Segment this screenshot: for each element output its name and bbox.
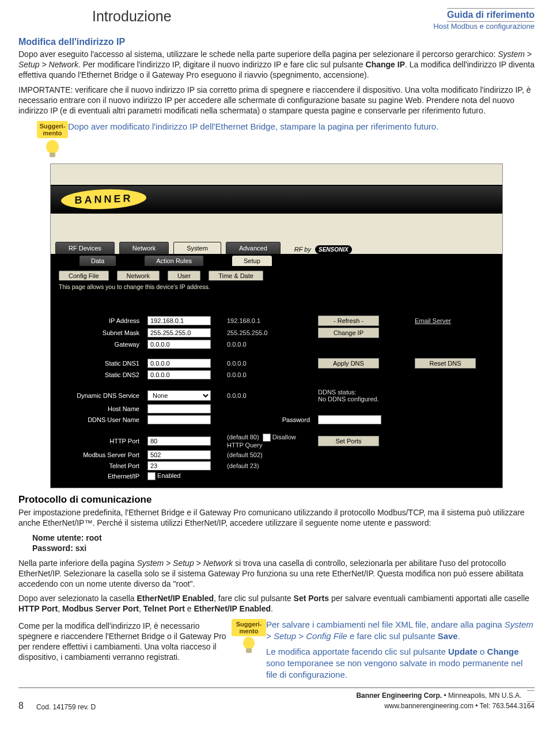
footer-cod: Cod. 141759 rev. D — [36, 703, 96, 711]
gw-input[interactable] — [147, 340, 211, 349]
section-protocol-p3: Dopo aver selezionato la casella EtherNe… — [18, 594, 535, 614]
section-protocol-title: Protocollo di comunicazione — [18, 494, 535, 506]
btn-user[interactable]: User — [168, 271, 200, 280]
tip2-label: Suggeri-mento — [232, 619, 266, 636]
password-input[interactable] — [318, 415, 381, 424]
chapter-title: Introduzione — [18, 8, 172, 25]
ddnsuser-label: DDNS User Name — [56, 416, 143, 423]
ddns-label: Dynamic DNS Service — [56, 392, 143, 399]
ddns-status: DDNS status:No DDNS configured. — [318, 389, 495, 402]
modbus-label: Modbus Server Port — [56, 451, 143, 458]
password-label: Password — [227, 416, 313, 423]
mask-label: Subnet Mask — [56, 329, 143, 336]
help-text: This page allows you to change this devi… — [51, 280, 502, 293]
host-input[interactable] — [147, 404, 211, 413]
config-screenshot: BANNER RF Devices Network System Advance… — [50, 164, 503, 488]
dns1-input[interactable] — [147, 359, 211, 368]
guide-block: Guida di riferimento Host Modbus e confi… — [433, 8, 535, 31]
sub-tabs: Data Action Rules Setup — [51, 254, 502, 268]
ddns-select[interactable]: None — [147, 390, 211, 401]
tip2-text: Per salvare i cambiamenti nel file XML f… — [266, 619, 535, 681]
btn-network[interactable]: Network — [117, 271, 160, 280]
ddnsuser-input[interactable] — [147, 415, 211, 424]
telnet-input[interactable] — [147, 461, 211, 470]
tip-label: Suggeri-mento — [37, 121, 68, 138]
tab-advanced[interactable]: Advanced — [226, 242, 281, 254]
disallow-checkbox[interactable] — [263, 434, 271, 442]
guide-subtitle: Host Modbus e configurazione — [433, 22, 535, 31]
guide-title: Guida di riferimento — [447, 9, 535, 21]
host-label: Host Name — [56, 405, 143, 412]
applydns-button[interactable]: Apply DNS — [318, 358, 379, 368]
refresh-button[interactable]: - Refresh - — [318, 316, 379, 326]
footer-corp: Banner Engineering Corp. — [356, 692, 442, 700]
svg-point-0 — [46, 140, 59, 154]
tip-text: Dopo aver modificato l'indirizzo IP dell… — [68, 121, 438, 132]
page-header: Introduzione Guida di riferimento Host M… — [18, 8, 535, 31]
dns1-label: Static DNS1 — [56, 360, 143, 367]
tab-rf-devices[interactable]: RF Devices — [55, 242, 115, 254]
subtab-action-rules[interactable]: Action Rules — [145, 256, 203, 266]
ip-label: IP Address — [56, 317, 143, 324]
http-label: HTTP Port — [56, 438, 143, 445]
tip-2-row: Come per la modifica dell'indirizzo IP, … — [18, 619, 535, 681]
page-number: 8 — [18, 701, 24, 711]
creds: Nome utente: root Password: sxi — [32, 533, 535, 554]
setup-tabs: Config File Network User Time & Date — [51, 268, 502, 280]
ip-display: 192.168.0.1 — [227, 317, 313, 324]
subtab-setup[interactable]: Setup — [232, 256, 272, 266]
main-tabs: RF Devices Network System Advanced RF by… — [51, 239, 502, 254]
section-ip-title: Modifica dell'indirizzo IP — [18, 37, 535, 47]
email-server-link[interactable]: Email Server — [415, 317, 451, 324]
tip-1: Suggeri-mento Dopo aver modificato l'ind… — [37, 121, 535, 160]
svg-rect-1 — [50, 153, 55, 157]
http-input[interactable] — [147, 436, 211, 446]
changeip-button[interactable]: Change IP — [318, 328, 379, 338]
section-ip-p2: IMPORTANTE: verificare che il nuovo indi… — [18, 85, 535, 116]
subtab-data[interactable]: Data — [79, 256, 116, 266]
btn-time-date[interactable]: Time & Date — [209, 271, 263, 280]
eip-checkbox[interactable] — [147, 472, 156, 480]
ip-input[interactable] — [147, 316, 211, 325]
btn-config-file[interactable]: Config File — [59, 271, 109, 280]
tab-network[interactable]: Network — [119, 242, 169, 254]
section-protocol-p1: Per impostazione predefinita, l'Ethernet… — [18, 508, 535, 529]
modbus-input[interactable] — [147, 450, 211, 459]
section-protocol-p4: Come per la modifica dell'indirizzo IP, … — [18, 621, 232, 663]
footer-web: www.bannerengineering.com • Tel: 763.544… — [356, 702, 535, 711]
setports-button[interactable]: Set Ports — [318, 436, 379, 446]
gw-label: Gateway — [56, 341, 143, 348]
section-protocol-p2: Nella parte inferiore della pagina Syste… — [18, 559, 535, 590]
lightbulb-icon — [44, 139, 61, 160]
resetdns-button[interactable]: Reset DNS — [415, 358, 476, 368]
svg-rect-3 — [246, 648, 252, 653]
page-footer: 8 Cod. 141759 rev. D Banner Engineering … — [18, 687, 535, 711]
dns2-label: Static DNS2 — [56, 371, 143, 378]
lightbulb-icon — [241, 636, 257, 656]
mask-input[interactable] — [147, 328, 211, 337]
tab-system[interactable]: System — [173, 242, 221, 254]
dns2-input[interactable] — [147, 370, 211, 379]
telnet-label: Telnet Port — [56, 462, 143, 469]
eip-label: Ethernet/IP — [56, 473, 143, 480]
svg-point-2 — [243, 637, 255, 649]
section-ip-p1: Dopo aver eseguito l'accesso al sistema,… — [18, 50, 535, 81]
banner-logo: BANNER — [61, 189, 146, 209]
